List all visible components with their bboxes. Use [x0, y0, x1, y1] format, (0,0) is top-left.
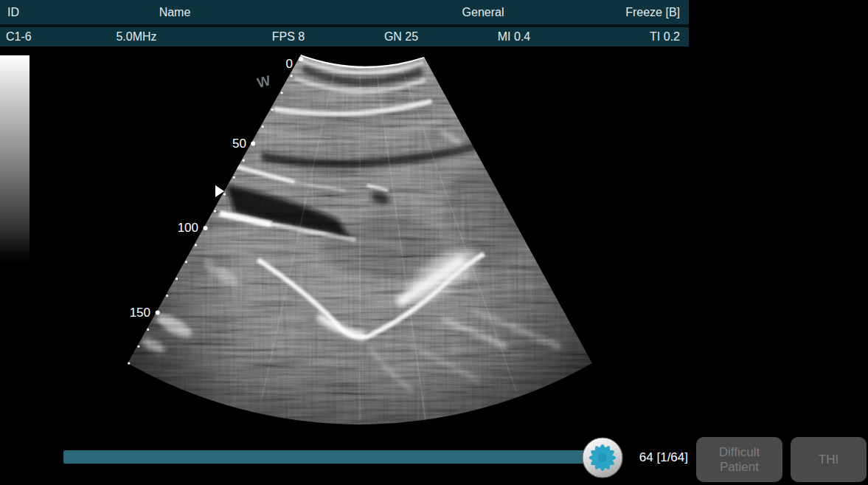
- patient-info-row: ID Name General Freeze [B]: [0, 0, 689, 24]
- fps-label: FPS 8: [272, 27, 305, 47]
- mi-label: MI 0.4: [498, 27, 530, 47]
- depth-label: 100: [178, 221, 198, 235]
- orientation-logo-icon: W: [255, 72, 272, 91]
- cine-slider-track[interactable]: [63, 450, 603, 464]
- screen-background: 0 50 100 150 W ID Name General Freeze [B…: [0, 0, 868, 485]
- depth-label: 150: [130, 306, 150, 320]
- gear-center: [598, 453, 607, 462]
- imaging-params-row: C1-6 5.0MHz FPS 8 GN 25 MI 0.4 TI 0.2: [0, 27, 689, 47]
- patient-id-label: ID: [7, 0, 19, 24]
- ti-label: TI 0.2: [650, 27, 680, 47]
- thi-button[interactable]: THI: [791, 437, 867, 482]
- status-bar: ID Name General Freeze [B] C1-6 5.0MHz F…: [0, 0, 689, 47]
- freeze-status-badge: Freeze [B]: [625, 0, 680, 24]
- probe-label: C1-6: [6, 27, 32, 47]
- grayscale-map: [0, 55, 29, 264]
- frequency-label: 5.0MHz: [116, 27, 156, 47]
- preset-label: General: [462, 0, 504, 24]
- depth-label: 50: [232, 137, 246, 151]
- gain-label: GN 25: [384, 27, 418, 47]
- depth-label: 0: [286, 57, 293, 71]
- frame-counter: 64 [1/64]: [625, 450, 688, 465]
- cine-slider-thumb[interactable]: [581, 436, 624, 479]
- ultrasound-image[interactable]: [118, 44, 605, 443]
- ultrasound-display: 0 50 100 150 W: [0, 0, 868, 485]
- patient-name-label: Name: [159, 0, 191, 24]
- difficult-patient-button[interactable]: Difficult Patient: [696, 437, 782, 482]
